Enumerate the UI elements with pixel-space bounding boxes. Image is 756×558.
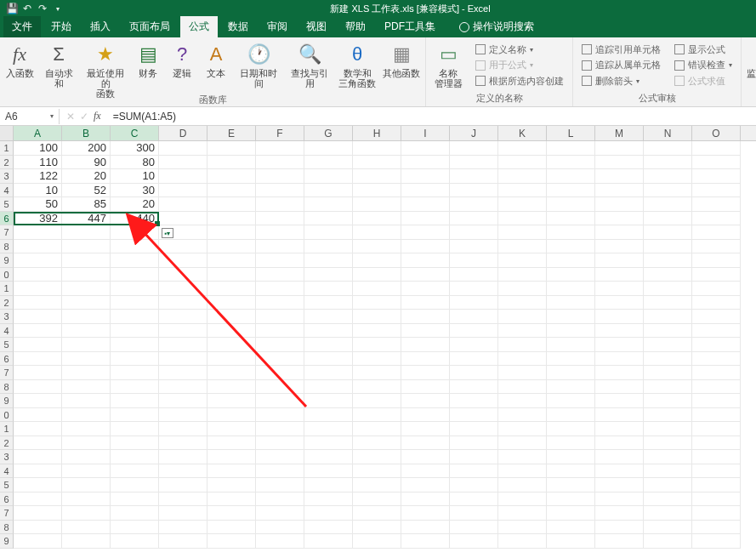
cell[interactable] bbox=[207, 380, 256, 395]
cell[interactable] bbox=[304, 141, 353, 156]
cell[interactable] bbox=[159, 493, 207, 507]
cell[interactable] bbox=[450, 184, 498, 198]
define-name-button[interactable]: 定义名称 ▾ bbox=[475, 43, 564, 57]
cell[interactable] bbox=[353, 493, 401, 507]
cell[interactable] bbox=[62, 240, 111, 254]
trace-precedents-button[interactable]: 追踪引用单元格 bbox=[582, 43, 661, 57]
cell[interactable] bbox=[14, 450, 62, 464]
tab-review[interactable]: 审阅 bbox=[259, 16, 296, 37]
cell[interactable] bbox=[692, 506, 741, 521]
math-button[interactable]: θ 数学和 三角函数 bbox=[338, 41, 376, 88]
formula-input[interactable] bbox=[108, 109, 756, 124]
cell[interactable] bbox=[595, 324, 644, 339]
cell[interactable] bbox=[256, 352, 304, 367]
cell[interactable]: 300 bbox=[111, 141, 159, 156]
cell[interactable] bbox=[498, 380, 547, 395]
cell[interactable]: 392 bbox=[14, 212, 62, 226]
cell[interactable]: 20 bbox=[111, 197, 159, 212]
error-check-button[interactable]: 错误检查 ▾ bbox=[674, 59, 732, 73]
cell[interactable] bbox=[595, 422, 644, 436]
cell[interactable] bbox=[256, 408, 304, 423]
cell[interactable] bbox=[547, 197, 595, 212]
cell[interactable] bbox=[256, 296, 304, 310]
cell[interactable] bbox=[62, 521, 111, 535]
other-functions-button[interactable]: ▦ 其他函数 bbox=[383, 41, 420, 78]
cell[interactable] bbox=[159, 169, 207, 184]
cell[interactable] bbox=[304, 282, 353, 296]
cell[interactable] bbox=[450, 212, 498, 226]
col-header-M[interactable]: M bbox=[595, 126, 644, 140]
cell[interactable] bbox=[547, 422, 595, 436]
cell[interactable] bbox=[304, 338, 353, 352]
cell[interactable] bbox=[14, 366, 62, 380]
cell[interactable] bbox=[450, 493, 498, 507]
cell[interactable] bbox=[14, 296, 62, 310]
row-header[interactable]: 3 bbox=[0, 310, 14, 324]
cell[interactable] bbox=[304, 225, 353, 240]
cell[interactable] bbox=[159, 478, 207, 493]
cell[interactable] bbox=[692, 240, 741, 254]
cell[interactable] bbox=[111, 464, 159, 479]
tab-help[interactable]: 帮助 bbox=[337, 16, 374, 37]
cell[interactable] bbox=[353, 521, 401, 535]
cell[interactable] bbox=[159, 506, 207, 521]
cell[interactable] bbox=[159, 212, 207, 226]
cell[interactable] bbox=[595, 506, 644, 521]
cell[interactable] bbox=[159, 156, 207, 170]
cell[interactable] bbox=[111, 521, 159, 535]
cell[interactable] bbox=[304, 169, 353, 184]
cell[interactable] bbox=[595, 282, 644, 296]
cell[interactable] bbox=[595, 478, 644, 493]
cell[interactable] bbox=[207, 450, 256, 464]
cell[interactable] bbox=[159, 436, 207, 451]
cell[interactable] bbox=[207, 197, 256, 212]
cell[interactable] bbox=[62, 324, 111, 339]
cell[interactable] bbox=[304, 478, 353, 493]
cell[interactable] bbox=[401, 253, 450, 268]
cell[interactable] bbox=[401, 240, 450, 254]
cell[interactable] bbox=[692, 169, 741, 184]
cell[interactable] bbox=[595, 253, 644, 268]
cell[interactable] bbox=[62, 464, 111, 479]
cell[interactable] bbox=[498, 408, 547, 423]
cell[interactable] bbox=[256, 268, 304, 282]
cell[interactable] bbox=[207, 436, 256, 451]
row-header[interactable]: 7 bbox=[0, 225, 14, 240]
tab-view[interactable]: 视图 bbox=[298, 16, 335, 37]
cell[interactable] bbox=[644, 338, 692, 352]
cell[interactable] bbox=[14, 338, 62, 352]
cell[interactable] bbox=[595, 493, 644, 507]
cell[interactable] bbox=[207, 394, 256, 408]
cell[interactable] bbox=[304, 436, 353, 451]
cell[interactable] bbox=[595, 197, 644, 212]
cell[interactable] bbox=[159, 380, 207, 395]
cell[interactable] bbox=[256, 506, 304, 521]
row-header[interactable]: 5 bbox=[0, 197, 14, 212]
cell[interactable] bbox=[450, 141, 498, 156]
cell[interactable] bbox=[353, 184, 401, 198]
cell[interactable] bbox=[498, 464, 547, 479]
cell[interactable]: 80 bbox=[111, 156, 159, 170]
cell[interactable] bbox=[450, 338, 498, 352]
cell[interactable] bbox=[644, 225, 692, 240]
cell[interactable] bbox=[353, 212, 401, 226]
cell[interactable] bbox=[595, 394, 644, 408]
insert-function-button[interactable]: fx 入函数 bbox=[5, 41, 34, 78]
cell[interactable] bbox=[595, 338, 644, 352]
cell[interactable] bbox=[14, 493, 62, 507]
cell[interactable] bbox=[304, 253, 353, 268]
cell[interactable] bbox=[595, 184, 644, 198]
cell[interactable] bbox=[159, 282, 207, 296]
cell[interactable] bbox=[111, 450, 159, 464]
cell[interactable] bbox=[595, 534, 644, 549]
cell[interactable] bbox=[547, 324, 595, 339]
cell[interactable] bbox=[304, 156, 353, 170]
cell[interactable] bbox=[644, 197, 692, 212]
cell[interactable] bbox=[256, 156, 304, 170]
cell[interactable] bbox=[353, 310, 401, 324]
cell[interactable] bbox=[353, 141, 401, 156]
cell[interactable] bbox=[353, 506, 401, 521]
cell[interactable] bbox=[644, 366, 692, 380]
cell[interactable] bbox=[304, 506, 353, 521]
col-header-K[interactable]: K bbox=[498, 126, 547, 140]
